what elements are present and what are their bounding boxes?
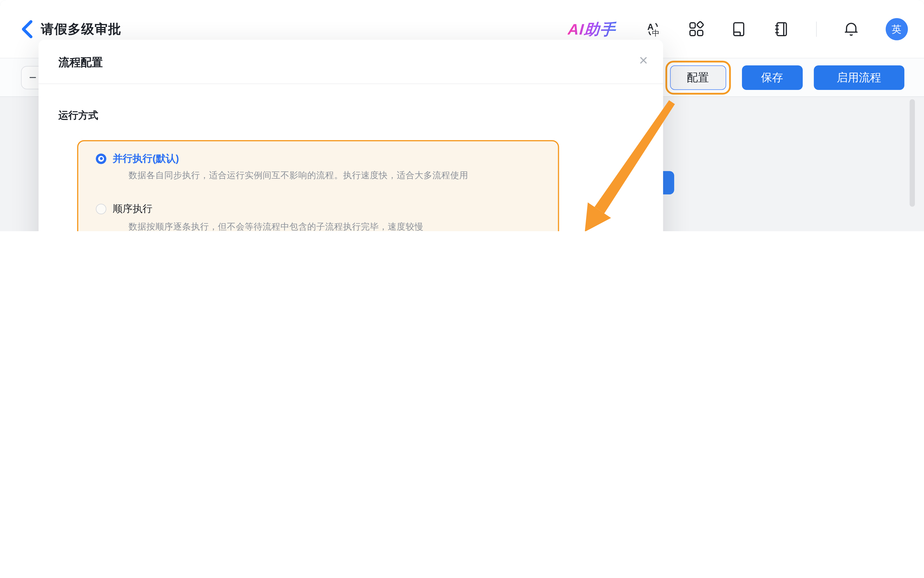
modal-header: 流程配置 × — [39, 40, 663, 84]
vertical-scrollbar-thumb[interactable] — [910, 99, 915, 207]
back-button[interactable] — [20, 20, 35, 39]
apps-grid-icon[interactable] — [688, 21, 704, 37]
close-icon[interactable]: × — [639, 51, 648, 70]
notification-bell-icon[interactable] — [843, 21, 859, 37]
notebook-icon[interactable] — [773, 21, 790, 37]
modal-title: 流程配置 — [59, 55, 103, 70]
option-parallel-label: 并行执行(默认) — [113, 152, 179, 166]
config-button[interactable]: 配置 — [670, 65, 726, 90]
run-mode-section-title: 运行方式 — [59, 109, 98, 122]
page-title: 请假多级审批 — [41, 21, 122, 38]
option-parallel-desc: 数据各自同步执行，适合运行实例间互不影响的流程。执行速度快，适合大多流程使用 — [129, 170, 468, 181]
enable-flow-button[interactable]: 启用流程 — [813, 65, 904, 90]
option-parallel[interactable]: 并行执行(默认) — [96, 152, 179, 166]
book-icon[interactable] — [730, 21, 747, 37]
flow-config-modal: 流程配置 × 运行方式 并行执行(默认) 数据各自同步执行，适合运行实例间互不影… — [39, 40, 663, 231]
flow-designer-app: 表单事件触发 通过 否决 + + — [0, 0, 924, 231]
user-avatar[interactable]: 英 — [885, 18, 908, 41]
option-sequential[interactable]: 顺序执行 — [96, 202, 153, 216]
header-divider — [816, 22, 817, 37]
ai-assistant-button[interactable]: AI助手 — [567, 19, 620, 39]
run-mode-options-box: 并行执行(默认) 数据各自同步执行，适合运行实例间互不影响的流程。执行速度快，适… — [77, 140, 559, 231]
radio-unselected-icon[interactable] — [96, 203, 106, 214]
config-highlight-ring: 配置 — [665, 60, 730, 94]
svg-text:中: 中 — [652, 29, 659, 37]
option-sequential-desc: 数据按顺序逐条执行，但不会等待流程中包含的子流程执行完毕，速度较慢 — [129, 221, 423, 231]
option-sequential-label: 顺序执行 — [113, 202, 153, 216]
radio-selected-icon[interactable] — [96, 153, 106, 164]
save-button[interactable]: 保存 — [742, 65, 802, 90]
translate-icon[interactable]: A 中 — [645, 21, 662, 37]
